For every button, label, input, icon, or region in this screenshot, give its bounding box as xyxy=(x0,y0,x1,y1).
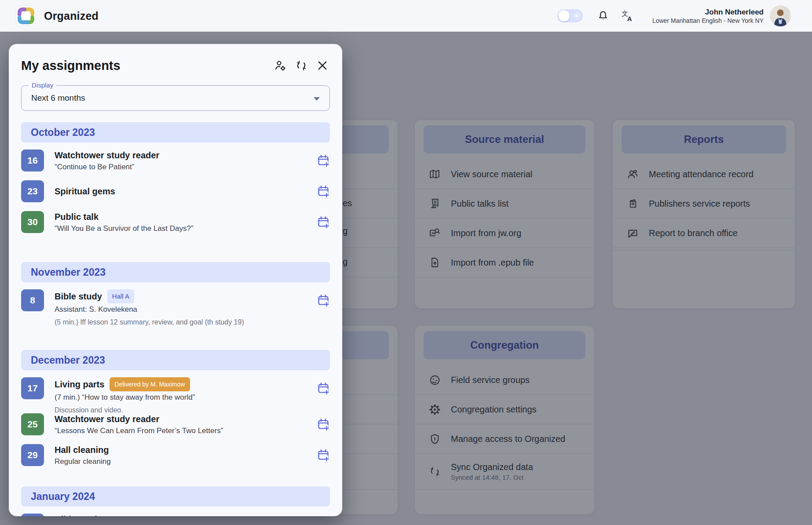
assignment-title: Watchtower study reader xyxy=(55,149,311,161)
display-select-label: Display xyxy=(29,81,56,89)
delivered-badge: Delivered by M. Maximow xyxy=(110,377,190,391)
assignment-subtitle: “Lessons We Can Learn From Peter’s Two L… xyxy=(55,426,311,436)
assignment-title: Bible studyHall A xyxy=(55,289,311,303)
assignment-subtitle: Regular cleaning xyxy=(55,456,311,467)
assignment-subtitle: (7 min.) “How to stay away from the worl… xyxy=(55,392,311,402)
assignment-row: 25 Watchtower study reader “Lessons We C… xyxy=(9,413,342,444)
assignment-title: Living partsDelivered by M. Maximow xyxy=(55,377,311,391)
assignment-row: 30 Public talk “Will You Be a Survivor o… xyxy=(9,211,342,251)
assignment-title: Spiritual gems xyxy=(55,180,311,202)
add-to-calendar-button[interactable] xyxy=(316,448,331,463)
chevron-down-icon xyxy=(314,97,320,101)
assignment-subtitle: “Will You Be a Survivor of the Last Days… xyxy=(55,223,311,233)
refresh-assignments-button[interactable] xyxy=(293,57,310,74)
modal-title: My assignments xyxy=(21,58,267,73)
assignment-title: Bible study xyxy=(55,514,311,516)
assignment-settings-button[interactable] xyxy=(272,57,289,74)
add-to-calendar-button[interactable] xyxy=(316,153,331,169)
month-header: November 2023 xyxy=(21,262,330,282)
date-badge: 23 xyxy=(21,180,44,202)
display-select[interactable]: Display Next 6 months xyxy=(21,85,330,111)
assignment-row: 8 Bible study Assistant: S. Kovelekena xyxy=(9,514,342,516)
date-badge: 30 xyxy=(21,211,44,233)
theme-toggle[interactable] xyxy=(557,9,583,22)
assignment-subtitle: “Continue to Be Patient” xyxy=(55,162,311,172)
date-badge: 29 xyxy=(21,444,44,466)
notifications-button[interactable] xyxy=(594,7,612,25)
date-badge: 17 xyxy=(21,377,44,399)
app-root: Organized 文 A xyxy=(0,0,812,525)
assignment-row: 23 Spiritual gems xyxy=(9,180,342,211)
close-icon xyxy=(316,59,329,72)
assignment-row: 8 Bible studyHall A Assistant: S. Kovele… xyxy=(9,289,342,339)
add-to-calendar-button[interactable] xyxy=(316,381,331,397)
user-info[interactable]: John Netherleed Lower Manhattan English … xyxy=(652,7,764,25)
translate-icon: 文 A xyxy=(621,9,634,22)
top-header: Organized 文 A xyxy=(0,0,812,32)
month-header: December 2023 xyxy=(21,350,330,370)
display-select-value: Next 6 months xyxy=(22,86,329,110)
assignment-row: 17 Living partsDelivered by M. Maximow (… xyxy=(9,377,342,413)
assignment-title: Public talk xyxy=(55,211,311,222)
assignment-subtitle: Assistant: S. Kovelekena xyxy=(55,304,311,314)
svg-text:A: A xyxy=(627,15,632,22)
assignment-title: Watchtower study reader xyxy=(55,413,311,425)
assignment-row: 29 Hall cleaning Regular cleaning xyxy=(9,444,342,475)
user-congregation: Lower Manhattan English - New York NY xyxy=(652,17,764,25)
assignment-title: Hall cleaning xyxy=(55,444,311,456)
app-title: Organized xyxy=(44,10,99,22)
avatar[interactable] xyxy=(770,5,791,26)
date-badge: 8 xyxy=(21,514,44,516)
user-name: John Netherleed xyxy=(652,7,764,17)
date-badge: 8 xyxy=(21,289,44,311)
modal-header: My assignments xyxy=(9,44,342,74)
add-to-calendar-button[interactable] xyxy=(316,184,331,200)
month-header: October 2023 xyxy=(21,122,330,142)
add-to-calendar-button[interactable] xyxy=(316,417,331,433)
bell-icon xyxy=(597,10,609,22)
date-badge: 25 xyxy=(21,413,44,435)
toggle-knob xyxy=(558,10,570,22)
language-button[interactable]: 文 A xyxy=(619,7,636,25)
add-to-calendar-button[interactable] xyxy=(316,293,331,309)
my-assignments-modal: My assignments xyxy=(9,44,342,516)
hall-badge: Hall A xyxy=(107,289,134,303)
assignment-detail: (5 min.) lff lesson 12 summary, review, … xyxy=(55,317,311,327)
avatar-photo xyxy=(770,5,791,26)
month-header: January 2024 xyxy=(21,486,330,507)
close-button[interactable] xyxy=(314,57,331,74)
add-to-calendar-button[interactable] xyxy=(316,215,331,230)
organized-logo-icon xyxy=(16,6,36,26)
date-badge: 16 xyxy=(21,149,44,171)
sun-icon xyxy=(573,12,580,19)
assignment-row: 16 Watchtower study reader “Continue to … xyxy=(9,149,342,180)
